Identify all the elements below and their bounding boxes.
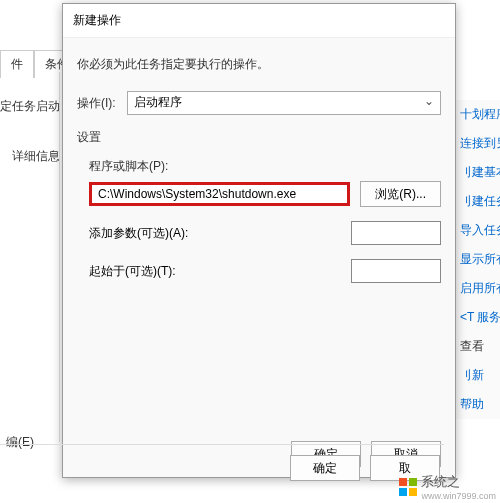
right-item[interactable]: 刂建任务 <box>456 187 500 216</box>
right-item[interactable]: 连接到另 <box>456 129 500 158</box>
dialog-title: 新建操作 <box>63 4 455 38</box>
edit-button-bg[interactable]: 编(E) <box>6 434 34 451</box>
right-item[interactable]: 刂建基本 <box>456 158 500 187</box>
right-item[interactable]: 帮助 <box>456 390 500 419</box>
action-select[interactable]: 启动程序 <box>127 91 441 115</box>
watermark-text: 系统之 <box>421 473 496 491</box>
watermark-url: www.win7999.com <box>421 491 496 501</box>
right-sidebar: 十划程序 连接到另 刂建基本 刂建任务 导入任务 显示所有 启用所有 <T 服务… <box>455 100 500 419</box>
divider <box>0 444 444 445</box>
bg-panel <box>0 72 60 442</box>
browse-button[interactable]: 浏览(R)... <box>360 181 441 207</box>
startin-label: 起始于(可选)(T): <box>89 263 176 280</box>
right-item[interactable]: 刂新 <box>456 361 500 390</box>
action-label: 操作(I): <box>77 95 127 112</box>
watermark: 系统之 www.win7999.com <box>399 473 496 501</box>
right-item[interactable]: 十划程序 <box>456 100 500 129</box>
program-label: 程序或脚本(P): <box>89 158 441 175</box>
args-input[interactable] <box>351 221 441 245</box>
args-label: 添加参数(可选)(A): <box>89 225 188 242</box>
settings-label: 设置 <box>77 129 441 146</box>
program-input[interactable] <box>89 182 350 206</box>
right-item[interactable]: 导入任务 <box>456 216 500 245</box>
new-action-dialog: 新建操作 你必须为此任务指定要执行的操作。 操作(I): 启动程序 设置 程序或… <box>62 3 456 478</box>
dialog-instruction: 你必须为此任务指定要执行的操作。 <box>77 56 441 73</box>
right-item[interactable]: 显示所有 <box>456 245 500 274</box>
right-item[interactable]: <T 服务 <box>456 303 500 332</box>
right-item[interactable]: 查看 <box>456 332 500 361</box>
ms-logo-icon <box>399 478 417 496</box>
outer-ok-button[interactable]: 确定 <box>290 455 360 481</box>
startin-input[interactable] <box>351 259 441 283</box>
right-item[interactable]: 启用所有 <box>456 274 500 303</box>
